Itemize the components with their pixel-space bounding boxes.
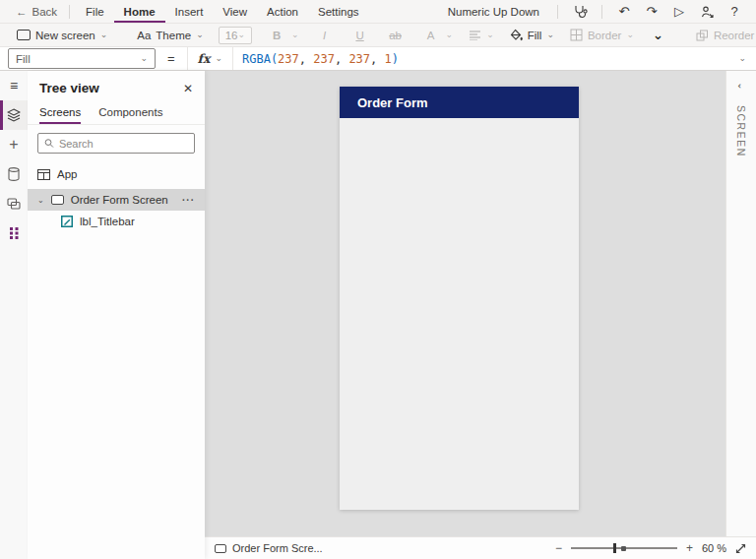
app-screen-titlebar[interactable]: Order Form xyxy=(340,87,579,118)
canvas-row: Order Form ⌄ SCREEN xyxy=(205,71,756,536)
formula-bar-expand-button[interactable]: ⌄ xyxy=(728,54,756,63)
right-properties-rail: ⌄ SCREEN xyxy=(725,71,756,536)
text-align-button[interactable]: ⌄ xyxy=(462,24,501,46)
stethoscope-icon xyxy=(573,5,588,19)
main-area: ≡ + Tree view ✕ xyxy=(0,71,756,559)
strikethrough-button[interactable]: ab xyxy=(379,24,412,46)
rail-advanced-tools-button[interactable] xyxy=(0,218,28,248)
undo-button[interactable]: ↶ xyxy=(612,2,636,22)
chevron-down-icon: ⌄ xyxy=(196,31,204,39)
reorder-button[interactable]: Reorder ⌄ xyxy=(689,24,756,46)
status-selection[interactable]: Order Form Scre... xyxy=(215,542,323,554)
rail-insert-button[interactable]: + xyxy=(0,130,28,159)
rail-media-button[interactable] xyxy=(0,189,28,218)
formula-bar: Fill ⌄ = fx ⌄ RGBA( 237 , 237 , 237 , 1 … xyxy=(0,46,756,71)
tree-view-title: Tree view xyxy=(39,81,99,95)
formula-token: 1 xyxy=(385,52,392,66)
zoom-percent[interactable]: 60 % xyxy=(702,542,726,554)
center-column: Order Form ⌄ SCREEN Order Form Scre... − xyxy=(205,71,756,559)
property-selector[interactable]: Fill ⌄ xyxy=(8,48,156,69)
share-button[interactable] xyxy=(695,2,719,22)
theme-label: Theme xyxy=(156,30,191,41)
formula-token: , xyxy=(299,52,313,66)
ribbon-toolbar: New screen ⌄ Aa Theme ⌄ 16 ⌄ B ⌄ I U ab … xyxy=(0,23,756,46)
fill-label: Fill xyxy=(528,30,542,41)
help-button[interactable]: ? xyxy=(723,2,746,22)
fit-to-window-icon[interactable] xyxy=(735,543,746,554)
menu-item-home[interactable]: Home xyxy=(114,0,165,23)
font-size-select[interactable]: 16 ⌄ xyxy=(219,27,252,44)
tree-view-panel: Tree view ✕ Screens Components App ⌄ Ord… xyxy=(28,71,205,559)
new-screen-button[interactable]: New screen ⌄ xyxy=(10,24,114,46)
menu-item-insert[interactable]: Insert xyxy=(165,0,214,23)
media-icon xyxy=(7,198,21,210)
tab-screens[interactable]: Screens xyxy=(39,103,81,124)
divider xyxy=(557,5,558,19)
app-checker-button[interactable] xyxy=(568,2,592,22)
app-screen[interactable]: Order Form xyxy=(340,87,579,510)
zoom-out-button[interactable]: − xyxy=(555,541,562,555)
chevron-down-icon: ⌄ xyxy=(215,54,222,63)
more-options-icon[interactable]: ··· xyxy=(182,195,195,206)
fx-selector[interactable]: fx ⌄ xyxy=(187,47,233,70)
menu-item-file[interactable]: File xyxy=(76,0,114,23)
back-button[interactable]: ← Back xyxy=(10,6,63,18)
chevron-down-icon: ⌄ xyxy=(446,31,454,39)
play-icon: ▷ xyxy=(674,4,684,19)
redo-icon: ↷ xyxy=(647,4,658,19)
search-input[interactable] xyxy=(59,138,188,150)
close-icon[interactable]: ✕ xyxy=(183,82,193,95)
italic-button[interactable]: I xyxy=(308,24,342,46)
chevron-down-icon: ⌄ xyxy=(100,31,108,39)
ribbon-more-button[interactable]: ⌄ xyxy=(643,28,673,42)
font-color-button[interactable]: A ⌄ xyxy=(414,24,461,46)
play-preview-button[interactable]: ▷ xyxy=(667,2,691,22)
tree-item-screen[interactable]: ⌄ Order Form Screen ··· xyxy=(28,189,205,211)
underline-button[interactable]: U xyxy=(344,24,377,46)
bold-label: B xyxy=(267,30,286,41)
undo-icon: ↶ xyxy=(619,4,630,19)
tree-item-label: Order Form Screen xyxy=(71,194,168,206)
status-selection-label: Order Form Scre... xyxy=(232,542,323,554)
bold-button[interactable]: B ⌄ xyxy=(260,24,306,46)
font-size-value: 16 xyxy=(225,30,238,41)
tree-item-label-control[interactable]: lbl_Titlebar xyxy=(28,211,205,232)
chevron-down-icon: ⌄ xyxy=(37,196,44,205)
menu-item-action[interactable]: Action xyxy=(257,0,308,23)
back-label: Back xyxy=(32,6,58,18)
label-control-icon xyxy=(61,216,73,227)
rail-data-button[interactable] xyxy=(0,159,28,189)
formula-token: 237 xyxy=(278,52,299,66)
zoom-slider[interactable] xyxy=(571,547,677,549)
zoom-slider-handle[interactable] xyxy=(613,543,616,553)
border-button[interactable]: Border ⌄ xyxy=(563,24,641,46)
fill-button[interactable]: Fill ⌄ xyxy=(503,24,561,46)
redo-button[interactable]: ↷ xyxy=(640,2,663,22)
chevron-down-icon: ⌄ xyxy=(237,31,245,39)
tree-search-box[interactable] xyxy=(37,133,195,154)
design-canvas[interactable]: Order Form xyxy=(205,71,725,536)
hamburger-icon: ≡ xyxy=(10,78,18,93)
tree-item-app[interactable]: App xyxy=(28,163,205,185)
plus-icon: + xyxy=(9,136,18,154)
zoom-in-button[interactable]: + xyxy=(686,541,693,555)
font-color-label: A xyxy=(421,30,441,41)
left-rail: ≡ + xyxy=(0,71,28,559)
tab-components[interactable]: Components xyxy=(98,103,162,124)
menu-item-view[interactable]: View xyxy=(213,0,257,23)
tree-view-layers-icon xyxy=(7,108,21,122)
fx-icon: fx xyxy=(198,51,211,66)
theme-button[interactable]: Aa Theme ⌄ xyxy=(130,24,210,46)
chevron-left-icon[interactable]: ⌄ xyxy=(735,82,746,90)
tree-view-tabs: Screens Components xyxy=(28,101,205,125)
formula-input[interactable]: RGBA( 237 , 237 , 237 , 1 ) xyxy=(233,52,728,66)
italic-label: I xyxy=(315,30,335,41)
selected-control-label[interactable]: Numeric Up Down xyxy=(448,6,547,18)
tree-item-label: App xyxy=(57,168,77,180)
rail-menu-button[interactable]: ≡ xyxy=(0,71,28,100)
rail-tree-view-button[interactable] xyxy=(0,100,28,130)
chevron-down-icon: ⌄ xyxy=(626,31,634,39)
menu-item-settings[interactable]: Settings xyxy=(308,0,369,23)
new-screen-label: New screen xyxy=(35,30,95,41)
border-label: Border xyxy=(588,30,622,41)
